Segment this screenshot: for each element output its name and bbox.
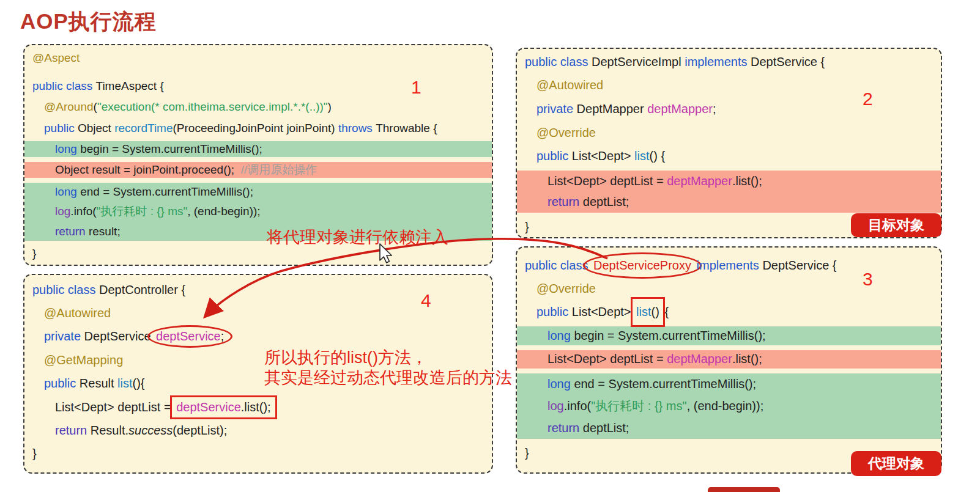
exec-annotation-line2: 其实是经过动态代理改造后的方法 (264, 368, 512, 388)
code-token: public class (525, 259, 592, 273)
code-line: log.info("执行耗时 : {} ms", (end-begin)); (24, 201, 492, 222)
code-line: public List<Dept> list() { (517, 301, 941, 324)
red-ellipse-highlight: deptService; (147, 325, 232, 348)
code-token: .info( (564, 399, 591, 413)
code-token: Result. (87, 424, 128, 438)
code-token: return (548, 195, 579, 209)
code-token: public class (32, 283, 99, 297)
code-line: long end = System.currentTimeMillis(); (517, 371, 941, 394)
code-token: () { (650, 149, 666, 163)
code-token: "执行耗时 : {} ms" (591, 398, 686, 414)
code-token: deptService (156, 329, 221, 343)
partial-badge-bottom (708, 487, 780, 492)
code-line: @Autowired (517, 74, 941, 98)
code-line: log.info("执行耗时 : {} ms", (end-begin)); (517, 394, 941, 417)
code-token: list (117, 376, 132, 391)
code-line: public List<Dept> list() { (517, 144, 941, 168)
code-token: end = System.currentTimeMillis(); (80, 185, 253, 199)
code-token: begin = System.currentTimeMillis(); (574, 329, 765, 343)
code-token: begin = System.currentTimeMillis(); (80, 142, 262, 156)
code-token: deptService (176, 400, 241, 414)
code-panel-dept-service-impl: public class DeptServiceImpl implements … (516, 48, 942, 238)
code-token: recordTime (114, 122, 173, 135)
code-token: "执行耗时 : {} ms" (97, 204, 188, 219)
code-line: return Result.success(deptList); (24, 419, 492, 442)
code-token: private (536, 102, 577, 116)
step-number-2: 2 (863, 89, 873, 109)
code-token: { (661, 305, 669, 319)
code-token: public class (525, 55, 592, 69)
code-token: DeptServiceProxy (593, 259, 691, 272)
step-number-1: 1 (411, 77, 421, 98)
code-line: private DeptService deptService; (24, 325, 492, 348)
code-line: long begin = System.currentTimeMillis(); (517, 324, 941, 347)
code-token: long (548, 377, 574, 391)
code-token: deptList; (579, 195, 629, 209)
code-token: ; (221, 329, 225, 343)
code-line: } (24, 442, 492, 466)
code-token: return (55, 225, 86, 238)
code-token: , (end-begin)); (687, 399, 764, 413)
code-token: deptMapper (647, 102, 713, 116)
code-token: deptMapper (667, 352, 732, 366)
code-token: list (636, 305, 651, 318)
page-title: AOP执行流程 (20, 7, 157, 36)
code-line: return deptList; (517, 192, 941, 216)
code-token: log (55, 205, 70, 218)
code-token: @Around (44, 100, 94, 114)
code-panel-dept-service-proxy: public class DeptServiceProxy implements… (516, 246, 942, 474)
code-token: list (634, 149, 649, 163)
code-token: DeptService { (762, 259, 836, 273)
code-token: Object (78, 122, 114, 135)
code-token: log (548, 399, 564, 413)
step-number-3: 3 (863, 269, 873, 290)
code-token: Object result = joinPoint.proceed(); (55, 163, 241, 177)
code-token: Throwable { (376, 122, 437, 135)
code-token: } (525, 220, 529, 234)
code-line: Object result = joinPoint.proceed(); //调… (24, 160, 492, 180)
code-token: //调用原始操作 (241, 162, 317, 178)
code-line: return deptList; (517, 418, 941, 441)
code-token: return (55, 424, 87, 438)
code-line: @Aspect (24, 48, 492, 68)
code-token: () (651, 305, 659, 318)
code-token: , (end-begin)); (187, 205, 260, 218)
code-token: public (536, 149, 572, 163)
code-line: public class DeptServiceImpl implements … (517, 50, 941, 74)
code-token: (ProceedingJoinPoint joinPoint) (173, 122, 338, 135)
code-token: implements (693, 259, 762, 273)
code-token: } (525, 446, 529, 460)
code-line: long begin = System.currentTimeMillis(); (24, 139, 492, 160)
red-box-highlight: list() (631, 297, 665, 327)
code-token: public (44, 376, 80, 391)
code-token: List<Dept> deptList = (55, 400, 174, 414)
code-token: .info( (70, 205, 96, 218)
code-line: public class DeptServiceProxy implements… (517, 254, 941, 277)
step-number-4: 4 (421, 290, 431, 311)
code-token: } (32, 247, 36, 260)
code-token: .list(); (732, 174, 762, 188)
code-token: long (548, 329, 574, 343)
code-token: end = System.currentTimeMillis(); (574, 377, 756, 391)
code-token: DeptServiceImpl (592, 55, 685, 69)
code-token: @Override (536, 126, 596, 140)
code-token: DeptService { (751, 55, 825, 69)
code-token: throws (338, 122, 376, 135)
red-box-highlight: deptService.list(); (170, 395, 277, 419)
code-token: result; (86, 225, 121, 238)
code-token: @Autowired (536, 78, 603, 92)
code-token: List<Dept> (572, 149, 634, 163)
code-token: ) (328, 100, 332, 114)
code-token: public (44, 122, 78, 135)
code-line: public Object recordTime(ProceedingJoinP… (24, 118, 492, 139)
code-token: List<Dept> deptList = (548, 352, 667, 366)
exec-annotation-text: 所以执行的list()方法， 其实是经过动态代理改造后的方法 (264, 348, 512, 388)
code-token: .list(); (732, 352, 762, 366)
code-token: (){ (133, 376, 145, 391)
code-token: long (55, 185, 80, 199)
code-token: deptMapper (667, 174, 732, 188)
code-block: public class DeptServiceProxy implements… (517, 248, 941, 465)
code-token: List<Dept> (572, 305, 634, 319)
code-token: implements (685, 55, 751, 69)
code-token: DeptMapper (577, 102, 648, 116)
